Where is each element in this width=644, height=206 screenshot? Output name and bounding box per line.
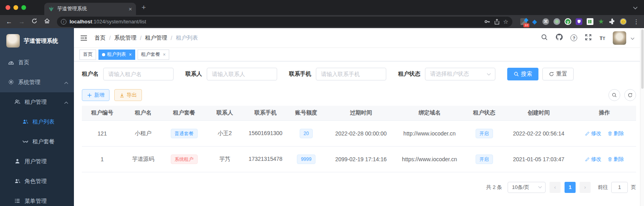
download-icon — [119, 93, 125, 98]
delete-link[interactable]: 删除 — [608, 130, 624, 137]
extensions-puzzle-icon[interactable] — [609, 18, 616, 25]
extension-tampermonkey-icon[interactable]: 10 — [520, 18, 527, 25]
sidebar-item-role[interactable]: 角色管理 — [0, 172, 74, 191]
page-size-select[interactable]: 10条/页 — [508, 182, 546, 193]
delete-link[interactable]: 删除 — [608, 156, 624, 163]
forward-icon[interactable]: → — [17, 18, 27, 25]
col-domain: 绑定域名 — [395, 106, 464, 120]
new-tab-button[interactable]: + — [142, 3, 146, 12]
status-select[interactable]: 请选择租户状态 — [425, 68, 495, 80]
mobile-input[interactable] — [316, 68, 386, 80]
scrollbar-thumb[interactable] — [641, 29, 644, 89]
toggle-search-icon[interactable] — [608, 89, 620, 101]
sidebar-item-label: 系统管理 — [18, 79, 60, 86]
page-scrollbar[interactable] — [640, 28, 644, 206]
sidebar-item-tenant-list[interactable]: 租户列表 — [0, 112, 74, 132]
fullscreen-icon[interactable] — [585, 34, 592, 42]
breadcrumb-system[interactable]: 系统管理 — [114, 34, 136, 42]
breadcrumb-tenant[interactable]: 租户管理 — [145, 34, 167, 42]
logo-title: 芋道管理系统 — [24, 37, 58, 45]
breadcrumb-home[interactable]: 首页 — [94, 34, 106, 42]
reset-button[interactable]: 重置 — [542, 68, 574, 80]
tenant-name-input[interactable] — [103, 68, 174, 80]
page-size-value: 10条/页 — [512, 184, 529, 191]
package-tag: 系统租户 — [171, 154, 198, 164]
extension-green-dot-icon[interactable] — [553, 18, 560, 25]
extension-flag-icon[interactable] — [587, 18, 593, 25]
browser-menu-icon[interactable]: ⋮ — [633, 18, 639, 25]
sidebar-item-label: 角色管理 — [25, 178, 68, 185]
goto-page-input[interactable] — [611, 182, 628, 193]
url-text[interactable]: localhost:1024/system/tenant/list — [70, 19, 481, 25]
next-page-button[interactable]: › — [580, 182, 591, 193]
tab-search-chevron-icon[interactable] — [633, 4, 638, 11]
trash-icon — [608, 157, 612, 162]
maximize-window-button[interactable] — [21, 5, 26, 10]
sidebar-item-user[interactable]: 用户管理 — [0, 152, 74, 172]
back-icon[interactable]: ← — [4, 18, 14, 25]
pencil-icon — [585, 157, 590, 162]
sidebar-item-tenant[interactable]: 租户管理 — [0, 92, 74, 112]
extension-gem-icon[interactable]: ◆ — [531, 18, 538, 25]
header-search-icon[interactable] — [541, 34, 548, 42]
tab-close-icon[interactable]: × — [128, 6, 132, 12]
tag-tenant-package[interactable]: 租户套餐× — [138, 50, 169, 60]
edit-link[interactable]: 修改 — [585, 156, 601, 163]
help-icon[interactable]: ? — [570, 34, 577, 41]
avatar-caret-icon[interactable] — [631, 34, 635, 42]
home-icon[interactable] — [42, 18, 52, 26]
main-area: 首页 / 系统管理 / 租户管理 / 租户列表 ? — [74, 28, 644, 206]
browser-window: 芋道管理系统 × + ← → i localhost:1024/system/t… — [0, 0, 644, 206]
chevron-up-icon — [64, 79, 68, 86]
site-info-icon[interactable]: i — [61, 19, 66, 25]
extension-y-icon[interactable]: y — [565, 18, 571, 25]
password-key-icon[interactable] — [484, 18, 491, 25]
sidebar-submenu-system: 租户管理 租户列表 — [0, 92, 74, 206]
navbar-actions: ? тT — [541, 31, 635, 45]
package-tag: 普通套餐 — [171, 129, 198, 138]
current-page[interactable]: 1 — [565, 182, 576, 193]
github-icon[interactable] — [555, 33, 563, 42]
url-path: :1024/system/tenant/list — [92, 19, 146, 25]
close-window-button[interactable] — [6, 5, 10, 10]
reset-button-label: 重置 — [556, 71, 567, 78]
browser-tab[interactable]: 芋道管理系统 × — [44, 3, 136, 15]
quota-tag: 20 — [300, 129, 313, 138]
cell-created: 2022-02-22 00:56:14 — [504, 120, 573, 146]
sidebar-item-label: 菜单管理 — [25, 198, 68, 205]
tag-tenant-list[interactable]: 租户列表× — [98, 50, 135, 60]
profile-avatar-icon[interactable]: ☺ — [620, 18, 627, 25]
minimize-window-button[interactable] — [13, 5, 18, 10]
share-icon[interactable] — [494, 19, 500, 25]
export-button[interactable]: 导出 — [114, 89, 142, 101]
refresh-icon — [549, 71, 554, 77]
edit-link[interactable]: 修改 — [585, 130, 601, 137]
logo-image — [6, 34, 20, 48]
sidebar-item-home[interactable]: 首页 — [0, 53, 74, 72]
url-bar[interactable]: i localhost:1024/system/tenant/list ☆ — [57, 17, 512, 27]
font-size-icon[interactable]: тT — [599, 34, 605, 42]
contact-input[interactable] — [207, 68, 277, 80]
extension-star-icon[interactable] — [598, 18, 604, 25]
sidebar-item-system[interactable]: 系统管理 — [0, 72, 74, 92]
reload-icon[interactable] — [29, 18, 40, 26]
sidebar-item-tenant-package[interactable]: 租户套餐 — [0, 132, 74, 152]
extension-command-icon[interactable]: ⌘ — [542, 18, 549, 25]
logo[interactable]: 芋道管理系统 — [0, 28, 74, 53]
sidebar-collapse-icon[interactable] — [80, 35, 87, 41]
refresh-table-icon[interactable] — [624, 89, 636, 101]
add-button[interactable]: 新增 — [82, 89, 110, 101]
bookmark-star-icon[interactable]: ☆ — [503, 18, 508, 25]
prev-page-button[interactable]: ‹ — [550, 182, 561, 193]
tag-label: 租户套餐 — [141, 51, 160, 58]
tag-home[interactable]: 首页 — [79, 50, 96, 60]
tag-close-icon[interactable]: × — [163, 52, 166, 57]
user-avatar[interactable] — [613, 31, 626, 45]
pagination: 共 2 条 10条/页 ‹ 1 › 前往 页 — [82, 182, 636, 193]
sidebar-item-menu[interactable]: 菜单管理 — [0, 191, 74, 206]
tag-close-icon[interactable]: × — [129, 52, 132, 57]
col-tenant-id: 租户编号 — [82, 106, 123, 120]
search-button[interactable]: 搜索 — [507, 68, 538, 80]
pencil-icon — [585, 131, 590, 136]
extension-shield-icon[interactable] — [576, 18, 582, 25]
